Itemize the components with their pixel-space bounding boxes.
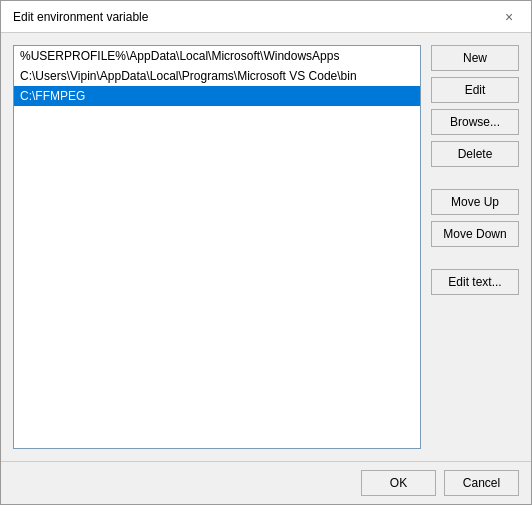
edit-button[interactable]: Edit <box>431 77 519 103</box>
title-bar: Edit environment variable × <box>1 1 531 33</box>
spacer-1 <box>431 173 519 183</box>
edit-env-var-dialog: Edit environment variable × %USERPROFILE… <box>0 0 532 505</box>
env-var-list[interactable]: %USERPROFILE%\AppData\Local\Microsoft\Wi… <box>13 45 421 449</box>
move-down-button[interactable]: Move Down <box>431 221 519 247</box>
list-item[interactable]: %USERPROFILE%\AppData\Local\Microsoft\Wi… <box>14 46 420 66</box>
dialog-footer: OK Cancel <box>1 461 531 504</box>
move-up-button[interactable]: Move Up <box>431 189 519 215</box>
dialog-body: %USERPROFILE%\AppData\Local\Microsoft\Wi… <box>1 33 531 461</box>
edit-text-button[interactable]: Edit text... <box>431 269 519 295</box>
browse-button[interactable]: Browse... <box>431 109 519 135</box>
new-button[interactable]: New <box>431 45 519 71</box>
dialog-title: Edit environment variable <box>13 10 148 24</box>
spacer-2 <box>431 253 519 263</box>
delete-button[interactable]: Delete <box>431 141 519 167</box>
list-item[interactable]: C:\Users\Vipin\AppData\Local\Programs\Mi… <box>14 66 420 86</box>
buttons-panel: New Edit Browse... Delete Move Up Move D… <box>431 45 519 449</box>
list-item[interactable]: C:\FFMPEG <box>14 86 420 106</box>
cancel-button[interactable]: Cancel <box>444 470 519 496</box>
ok-button[interactable]: OK <box>361 470 436 496</box>
close-button[interactable]: × <box>499 7 519 27</box>
